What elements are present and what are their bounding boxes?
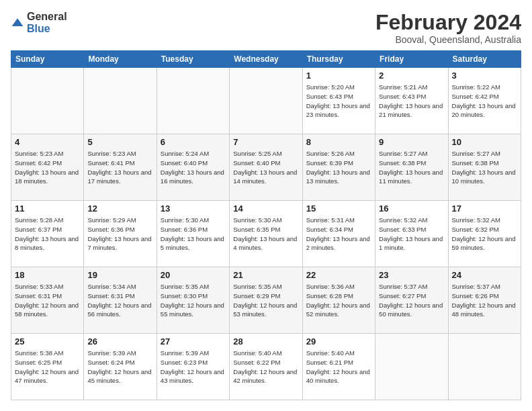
day-number: 29 [306, 336, 371, 347]
weekday-header-thursday: Thursday [302, 51, 375, 68]
cell-info: Sunrise: 5:27 AM Sunset: 6:38 PM Dayligh… [379, 149, 444, 186]
cell-info: Sunrise: 5:26 AM Sunset: 6:39 PM Dayligh… [306, 149, 371, 186]
day-number: 17 [452, 203, 517, 214]
day-number: 15 [306, 203, 371, 214]
svg-marker-0 [12, 18, 24, 26]
day-number: 24 [452, 270, 517, 280]
calendar-cell: 27Sunrise: 5:39 AM Sunset: 6:23 PM Dayli… [157, 334, 229, 400]
calendar-cell: 3Sunrise: 5:22 AM Sunset: 6:42 PM Daylig… [448, 68, 521, 134]
calendar-cell: 26Sunrise: 5:39 AM Sunset: 6:24 PM Dayli… [84, 334, 157, 400]
weekday-header-monday: Monday [84, 51, 157, 68]
day-number: 21 [233, 270, 298, 280]
cell-info: Sunrise: 5:34 AM Sunset: 6:31 PM Dayligh… [87, 282, 152, 319]
logo-text: General Blue [27, 11, 67, 35]
day-number: 20 [161, 270, 226, 280]
calendar-cell: 4Sunrise: 5:23 AM Sunset: 6:42 PM Daylig… [11, 134, 84, 201]
calendar-cell: 1Sunrise: 5:20 AM Sunset: 6:43 PM Daylig… [302, 68, 375, 134]
calendar-week-row: 11Sunrise: 5:28 AM Sunset: 6:37 PM Dayli… [11, 201, 521, 267]
header: General Blue February 2024 Booval, Queen… [11, 11, 521, 45]
month-title: February 2024 [375, 11, 521, 34]
weekday-header-row: SundayMondayTuesdayWednesdayThursdayFrid… [11, 51, 521, 68]
cell-info: Sunrise: 5:28 AM Sunset: 6:37 PM Dayligh… [15, 216, 80, 253]
day-number: 11 [15, 203, 80, 214]
cell-info: Sunrise: 5:31 AM Sunset: 6:34 PM Dayligh… [306, 216, 371, 253]
day-number: 7 [233, 137, 298, 147]
calendar-cell [375, 334, 448, 400]
calendar-cell: 11Sunrise: 5:28 AM Sunset: 6:37 PM Dayli… [11, 201, 84, 267]
cell-info: Sunrise: 5:37 AM Sunset: 6:26 PM Dayligh… [452, 282, 517, 319]
day-number: 1 [306, 71, 371, 81]
calendar-table: SundayMondayTuesdayWednesdayThursdayFrid… [11, 50, 521, 400]
calendar-cell: 16Sunrise: 5:32 AM Sunset: 6:33 PM Dayli… [375, 201, 448, 267]
day-number: 6 [161, 137, 226, 147]
calendar-cell [157, 68, 229, 134]
calendar-cell [230, 68, 302, 134]
cell-info: Sunrise: 5:39 AM Sunset: 6:23 PM Dayligh… [161, 349, 226, 385]
logo-blue: Blue [27, 23, 50, 34]
weekday-header-friday: Friday [375, 51, 448, 68]
cell-info: Sunrise: 5:32 AM Sunset: 6:32 PM Dayligh… [452, 216, 517, 253]
cell-info: Sunrise: 5:35 AM Sunset: 6:30 PM Dayligh… [161, 282, 226, 319]
day-number: 9 [379, 137, 444, 147]
calendar-cell: 20Sunrise: 5:35 AM Sunset: 6:30 PM Dayli… [157, 267, 229, 334]
logo-general: General [27, 11, 67, 22]
day-number: 5 [87, 137, 152, 147]
calendar-cell: 2Sunrise: 5:21 AM Sunset: 6:43 PM Daylig… [375, 68, 448, 134]
cell-info: Sunrise: 5:40 AM Sunset: 6:22 PM Dayligh… [233, 349, 298, 385]
calendar-cell: 8Sunrise: 5:26 AM Sunset: 6:39 PM Daylig… [302, 134, 375, 201]
calendar-week-row: 4Sunrise: 5:23 AM Sunset: 6:42 PM Daylig… [11, 134, 521, 201]
day-number: 14 [233, 203, 298, 214]
calendar-week-row: 18Sunrise: 5:33 AM Sunset: 6:31 PM Dayli… [11, 267, 521, 334]
day-number: 4 [15, 137, 80, 147]
page: General Blue February 2024 Booval, Queen… [0, 0, 532, 411]
calendar-cell [11, 68, 84, 134]
calendar-cell: 29Sunrise: 5:40 AM Sunset: 6:21 PM Dayli… [302, 334, 375, 400]
day-number: 25 [15, 336, 80, 347]
cell-info: Sunrise: 5:22 AM Sunset: 6:42 PM Dayligh… [452, 83, 517, 120]
cell-info: Sunrise: 5:30 AM Sunset: 6:35 PM Dayligh… [233, 216, 298, 253]
cell-info: Sunrise: 5:29 AM Sunset: 6:36 PM Dayligh… [87, 216, 152, 253]
cell-info: Sunrise: 5:30 AM Sunset: 6:36 PM Dayligh… [161, 216, 226, 253]
day-number: 22 [306, 270, 371, 280]
calendar-cell [84, 68, 157, 134]
calendar-cell: 12Sunrise: 5:29 AM Sunset: 6:36 PM Dayli… [84, 201, 157, 267]
calendar-cell: 23Sunrise: 5:37 AM Sunset: 6:27 PM Dayli… [375, 267, 448, 334]
day-number: 28 [233, 336, 298, 347]
calendar-week-row: 1Sunrise: 5:20 AM Sunset: 6:43 PM Daylig… [11, 68, 521, 134]
cell-info: Sunrise: 5:23 AM Sunset: 6:41 PM Dayligh… [87, 149, 152, 186]
calendar-cell: 15Sunrise: 5:31 AM Sunset: 6:34 PM Dayli… [302, 201, 375, 267]
calendar-week-row: 25Sunrise: 5:38 AM Sunset: 6:25 PM Dayli… [11, 334, 521, 400]
cell-info: Sunrise: 5:23 AM Sunset: 6:42 PM Dayligh… [15, 149, 80, 186]
logo: General Blue [11, 11, 67, 35]
day-number: 3 [452, 71, 517, 81]
day-number: 8 [306, 137, 371, 147]
calendar-cell: 9Sunrise: 5:27 AM Sunset: 6:38 PM Daylig… [375, 134, 448, 201]
calendar-cell: 24Sunrise: 5:37 AM Sunset: 6:26 PM Dayli… [448, 267, 521, 334]
cell-info: Sunrise: 5:20 AM Sunset: 6:43 PM Dayligh… [306, 83, 371, 120]
cell-info: Sunrise: 5:24 AM Sunset: 6:40 PM Dayligh… [161, 149, 226, 186]
day-number: 13 [161, 203, 226, 214]
day-number: 16 [379, 203, 444, 214]
weekday-header-wednesday: Wednesday [230, 51, 302, 68]
calendar-cell [448, 334, 521, 400]
calendar-cell: 19Sunrise: 5:34 AM Sunset: 6:31 PM Dayli… [84, 267, 157, 334]
calendar-cell: 7Sunrise: 5:25 AM Sunset: 6:40 PM Daylig… [230, 134, 302, 201]
day-number: 27 [161, 336, 226, 347]
title-block: February 2024 Booval, Queensland, Austra… [375, 11, 521, 45]
calendar-cell: 10Sunrise: 5:27 AM Sunset: 6:38 PM Dayli… [448, 134, 521, 201]
cell-info: Sunrise: 5:36 AM Sunset: 6:28 PM Dayligh… [306, 282, 371, 319]
calendar-cell: 14Sunrise: 5:30 AM Sunset: 6:35 PM Dayli… [230, 201, 302, 267]
weekday-header-saturday: Saturday [448, 51, 521, 68]
day-number: 19 [87, 270, 152, 280]
calendar-cell: 25Sunrise: 5:38 AM Sunset: 6:25 PM Dayli… [11, 334, 84, 400]
day-number: 18 [15, 270, 80, 280]
cell-info: Sunrise: 5:38 AM Sunset: 6:25 PM Dayligh… [15, 349, 80, 385]
day-number: 10 [452, 137, 517, 147]
weekday-header-sunday: Sunday [11, 51, 84, 68]
cell-info: Sunrise: 5:35 AM Sunset: 6:29 PM Dayligh… [233, 282, 298, 319]
cell-info: Sunrise: 5:25 AM Sunset: 6:40 PM Dayligh… [233, 149, 298, 186]
calendar-cell: 18Sunrise: 5:33 AM Sunset: 6:31 PM Dayli… [11, 267, 84, 334]
cell-info: Sunrise: 5:27 AM Sunset: 6:38 PM Dayligh… [452, 149, 517, 186]
cell-info: Sunrise: 5:37 AM Sunset: 6:27 PM Dayligh… [379, 282, 444, 319]
calendar-cell: 28Sunrise: 5:40 AM Sunset: 6:22 PM Dayli… [230, 334, 302, 400]
